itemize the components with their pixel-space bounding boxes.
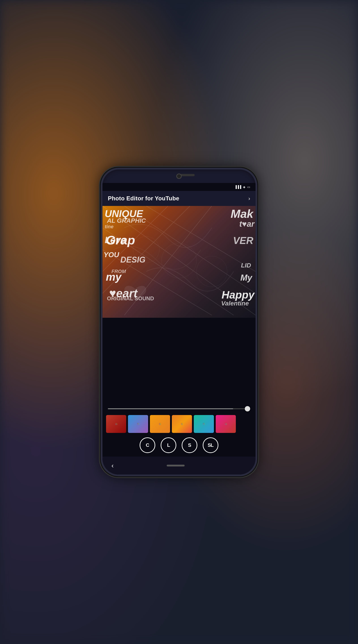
slider-fill (108, 408, 233, 409)
text-overlay-item: My (240, 273, 252, 283)
status-icons: ▐▐▐ ◈ ▭ (234, 185, 250, 189)
thumbnail-4[interactable]: 👫 (172, 415, 192, 433)
action-button-sl[interactable]: SL (203, 438, 218, 453)
text-overlay-item: AL GRAPHIC (107, 217, 146, 224)
text-overlay: UNIQUEAL GRAPHICtineMakt♥arGrapLoveVERYO… (103, 206, 255, 318)
text-overlay-item: my (106, 271, 121, 283)
image-canvas: UNIQUEAL GRAPHICtineMakt♥arGrapLoveVERYO… (103, 206, 255, 318)
thumbnail-6[interactable]: 👫 (216, 415, 236, 433)
signal-icon: ▐▐▐ (234, 185, 241, 189)
text-overlay-item: t♥ar (239, 219, 254, 229)
back-button[interactable]: ‹ (111, 462, 114, 469)
action-button-s[interactable]: S (182, 438, 197, 453)
text-overlay-item: LID (241, 262, 251, 269)
thumbnail-3[interactable]: 👫 (150, 415, 170, 433)
thumbnail-1[interactable]: 👫 (106, 415, 126, 433)
text-overlay-item: Mak (231, 207, 253, 220)
slider-track[interactable] (108, 408, 250, 409)
thumbnail-5[interactable]: 👫 (194, 415, 214, 433)
phone-top-bezel (103, 170, 255, 183)
app-header: Photo Editor for YouTube › (103, 191, 255, 206)
slider-area[interactable] (103, 404, 255, 413)
text-overlay-item: tine (105, 224, 113, 230)
wifi-icon: ◈ (243, 185, 245, 189)
phone-device: ▐▐▐ ◈ ▭ Photo Editor for YouTube › (101, 168, 257, 476)
action-button-c[interactable]: C (140, 438, 155, 453)
battery-icon: ▭ (247, 185, 250, 189)
text-overlay-item: Valentine (221, 300, 249, 307)
main-image-area[interactable]: UNIQUEAL GRAPHICtineMakt♥arGrapLoveVERYO… (103, 206, 255, 318)
bottom-navigation: ‹ (103, 456, 255, 474)
text-overlay-item: DESIG (120, 255, 145, 264)
action-buttons: CLSSL (103, 435, 255, 456)
phone-camera (176, 174, 182, 179)
thumbnail-2[interactable]: 👫 (128, 415, 148, 433)
text-overlay-item: Happy (221, 289, 254, 301)
slider-thumb[interactable] (245, 406, 250, 412)
dark-area (103, 318, 255, 404)
home-indicator[interactable] (167, 465, 185, 466)
text-overlay-item: VER (233, 235, 253, 246)
text-overlay-item: YOU (104, 251, 119, 259)
status-bar: ▐▐▐ ◈ ▭ (103, 183, 255, 191)
text-overlay-item: ♥eart (109, 286, 137, 300)
thumbnail-strip: 👫👫👫👫👫👫 (103, 413, 255, 435)
app-title: Photo Editor for YouTube (108, 195, 179, 202)
action-button-l[interactable]: L (161, 438, 176, 453)
chevron-right-icon[interactable]: › (248, 196, 250, 202)
phone-screen: ▐▐▐ ◈ ▭ Photo Editor for YouTube › (103, 183, 255, 474)
text-overlay-item: Love (105, 235, 126, 245)
